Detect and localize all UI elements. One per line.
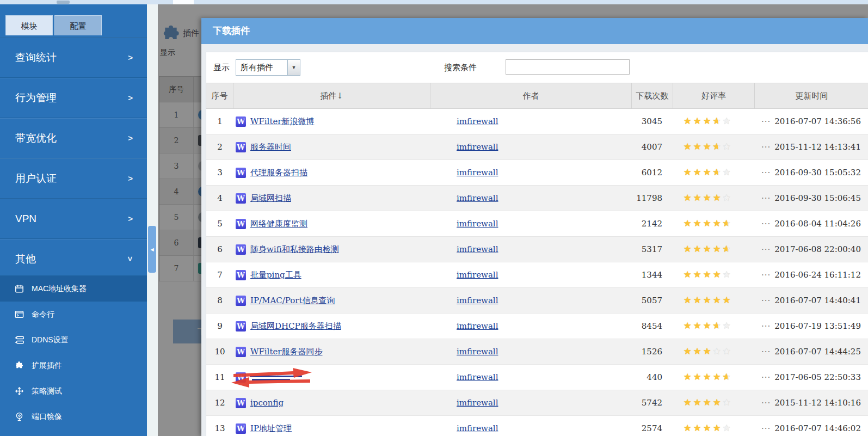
- plugin-link[interactable]: ipconfig: [250, 398, 284, 408]
- plugin-link[interactable]: WFilter新浪微博: [250, 116, 315, 127]
- chevron-right-icon: >: [128, 174, 133, 183]
- plugin-link[interactable]: 网络健康度监测: [250, 219, 307, 229]
- plugin-link[interactable]: 局域网扫描: [250, 193, 291, 204]
- sidebar-subitem[interactable]: 策略测试: [0, 378, 147, 404]
- download-count: 440: [632, 372, 673, 382]
- wfilter-icon: W: [236, 244, 246, 255]
- table-row: 12Wipconfigimfirewall5742★★★★★···2015-11…: [206, 390, 868, 416]
- sidebar-subitem[interactable]: 端口镜像: [0, 404, 147, 429]
- sidebar-subitem[interactable]: DDNS设置: [0, 327, 147, 353]
- author-link[interactable]: imfirewall: [457, 372, 498, 382]
- download-plugins-modal: 下载插件 显示 所有插件 ▼ 搜索条件 序号插件↓作者下载次数好评率更新时间 1…: [201, 18, 868, 436]
- updated-time: ···2016-09-30 15:05:32: [755, 168, 868, 177]
- column-header-5[interactable]: 更新时间: [755, 83, 868, 108]
- crosshair-icon: [14, 386, 24, 396]
- author-link[interactable]: imfirewall: [457, 296, 498, 305]
- topbar-fragment: [57, 1, 70, 4]
- sidebar-item[interactable]: 查询统计>: [0, 37, 147, 77]
- author-link[interactable]: imfirewall: [457, 193, 498, 203]
- plugin-link[interactable]: IP/MAC/Port信息查询: [250, 296, 335, 306]
- column-header-4[interactable]: 好评率: [673, 83, 755, 108]
- chevron-down-icon: >: [126, 256, 135, 261]
- terminal-icon: [14, 309, 24, 320]
- sidebar-tab-modules[interactable]: 模块: [5, 15, 53, 35]
- star-icon: ★: [692, 193, 702, 202]
- sidebar-item[interactable]: VPN>: [0, 198, 147, 238]
- plugins-table: 序号插件↓作者下载次数好评率更新时间 1WWFilter新浪微博imfirewa…: [206, 83, 868, 436]
- sidebar-item[interactable]: 用户认证>: [0, 158, 147, 198]
- modal-title: 下载插件: [201, 18, 868, 44]
- plugin-link[interactable]: 代理服务器扫描: [250, 168, 307, 178]
- plugin-link[interactable]: WFilter服务器同步: [250, 347, 323, 357]
- table-row: 1WWFilter新浪微博imfirewall3045★★★★★★···2016…: [206, 109, 868, 134]
- sidebar-subitem[interactable]: 扩展插件: [0, 353, 147, 378]
- updated-time: ···2016-09-30 15:06:45: [755, 193, 868, 203]
- updated-time: ···2017-06-08 22:00:40: [755, 244, 868, 254]
- sidebar-tab-config[interactable]: 配置: [54, 15, 102, 35]
- sidebar-item[interactable]: 其他>: [0, 238, 147, 279]
- author-link[interactable]: imfirewall: [457, 244, 498, 254]
- column-header-3[interactable]: 下载次数: [632, 83, 673, 108]
- search-input[interactable]: [506, 59, 630, 75]
- plugin-link[interactable]: 服务器时间: [250, 142, 291, 152]
- author-link[interactable]: imfirewall: [457, 423, 498, 433]
- wfilter-icon: W: [236, 168, 246, 178]
- select-trigger-button[interactable]: ▼: [287, 59, 300, 76]
- updated-timestamp: 2016-06-24 16:11:12: [774, 270, 861, 280]
- sidebar-item-label: 带宽优化: [15, 131, 57, 145]
- sidebar-item-label: 行为管理: [15, 91, 57, 105]
- star-icon: ★: [682, 193, 692, 202]
- plugin-filter-select[interactable]: 所有插件 ▼: [236, 59, 300, 76]
- star-icon: ★: [682, 347, 692, 356]
- star-icon: ★: [692, 398, 702, 407]
- wfilter-icon: W: [236, 347, 246, 357]
- wfilter-icon: W: [236, 193, 246, 204]
- rating-stars: ★★★★★★: [673, 219, 755, 229]
- author-link[interactable]: imfirewall: [457, 321, 498, 331]
- plugin-link[interactable]: 批量ping工具: [250, 270, 301, 280]
- star-icon: ★★: [722, 219, 731, 228]
- sidebar: 模块配置 查询统计>行为管理>带宽优化>用户认证>VPN>其他> MAC地址收集…: [0, 4, 147, 436]
- sidebar-item[interactable]: 行为管理>: [0, 77, 147, 118]
- updated-timestamp: 2016-08-04 11:04:26: [774, 219, 861, 229]
- chevron-right-icon: >: [128, 93, 133, 102]
- column-header-1[interactable]: 插件↓: [233, 83, 430, 108]
- updated-time: ···2016-07-07 14:46:02: [755, 423, 868, 433]
- sidebar-collapse-handle[interactable]: ◀: [148, 226, 156, 273]
- plugin-link[interactable]: IP地址管理: [250, 423, 292, 434]
- ellipsis: ···: [761, 142, 771, 152]
- sidebar-subitem[interactable]: MAC地址收集器: [0, 276, 147, 302]
- star-icon: ★: [722, 423, 731, 433]
- sidebar-subitem-label: MAC地址收集器: [32, 284, 87, 294]
- column-header-2[interactable]: 作者: [430, 83, 632, 108]
- author-link[interactable]: imfirewall: [457, 398, 498, 408]
- star-icon: ★: [712, 244, 722, 254]
- author-link[interactable]: imfirewall: [457, 347, 498, 357]
- sidebar-item[interactable]: 带宽优化>: [0, 118, 147, 158]
- author-link[interactable]: imfirewall: [457, 116, 498, 126]
- rating-stars: ★★★★★: [673, 347, 755, 357]
- plugin-link[interactable]: 随身wifi和私接路由检测: [250, 244, 339, 255]
- sidebar-item-label: 查询统计: [15, 51, 57, 65]
- updated-timestamp: 2016-07-07 14:40:41: [774, 296, 861, 305]
- download-count: 6012: [632, 168, 673, 177]
- top-bar: [0, 0, 868, 4]
- star-icon: ★: [692, 372, 702, 382]
- ellipsis: ···: [761, 321, 771, 331]
- author-link[interactable]: imfirewall: [457, 142, 498, 152]
- star-icon: ★: [702, 168, 712, 177]
- author-link[interactable]: imfirewall: [457, 270, 498, 280]
- star-icon: ★: [682, 321, 692, 330]
- sidebar-item-label: 其他: [15, 252, 36, 266]
- plugin-link[interactable]: 局域网DHCP服务器扫描: [250, 321, 341, 331]
- author-link[interactable]: imfirewall: [457, 168, 498, 177]
- star-icon: ★: [712, 270, 722, 279]
- star-icon: ★: [682, 142, 692, 151]
- rating-stars: ★★★★★★: [673, 116, 755, 126]
- author-link[interactable]: imfirewall: [457, 219, 498, 229]
- table-row: 2W服务器时间imfirewall4007★★★★★★···2015-11-12…: [206, 134, 868, 160]
- column-header-0[interactable]: 序号: [206, 83, 233, 108]
- sidebar-subitem-label: 扩展插件: [32, 361, 62, 371]
- plugin-filter-value[interactable]: 所有插件: [236, 59, 287, 76]
- sidebar-subitem[interactable]: 命令行: [0, 302, 147, 327]
